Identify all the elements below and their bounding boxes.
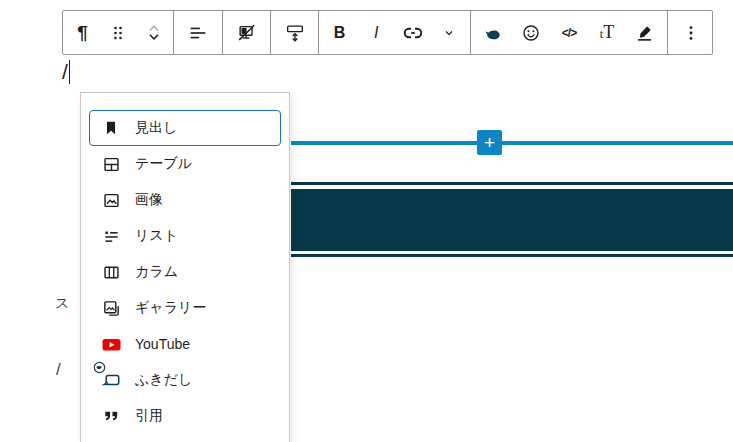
gallery-icon	[100, 298, 122, 318]
menu-item-label: リスト	[135, 227, 178, 245]
toolbar-group-spacer	[271, 11, 319, 54]
table-icon	[100, 154, 122, 174]
menu-item-label: カラム	[135, 263, 178, 281]
heading-body	[291, 189, 733, 251]
toolbar-group-format: B I	[319, 11, 471, 54]
font-size-button[interactable]: tT	[591, 14, 623, 52]
menu-item-list[interactable]: リスト	[89, 218, 281, 254]
code-icon: </>	[562, 26, 576, 40]
toolbar-group-swell: </> tT	[471, 11, 668, 54]
margin-spacer-button[interactable]	[279, 14, 311, 52]
toolbar-group-device	[223, 11, 271, 54]
highlighter-button[interactable]	[629, 14, 661, 52]
block-autocomplete-popover: 見出し テーブル 画像 リス	[80, 92, 290, 442]
font-size-icon: tT	[600, 22, 614, 43]
background-text-fragment: ス	[55, 295, 69, 313]
menu-item-gallery[interactable]: ギャラリー	[89, 290, 281, 326]
add-block-button[interactable]: +	[477, 130, 502, 155]
menu-item-quote[interactable]: 引用	[89, 398, 281, 434]
toolbar-group-align	[174, 11, 223, 54]
whale-icon	[482, 22, 504, 44]
toolbar-group-block: ¶	[63, 11, 174, 54]
alignment-button[interactable]	[182, 14, 214, 52]
heading-bookmark-icon	[100, 118, 122, 138]
paragraph-block-text[interactable]: /	[62, 60, 70, 84]
toolbar-group-more	[668, 11, 714, 54]
smiley-icon	[520, 22, 542, 44]
menu-item-label: 引用	[135, 407, 163, 425]
menu-item-image[interactable]: 画像	[89, 182, 281, 218]
block-toolbar: ¶	[62, 10, 713, 55]
heading-bottom-border	[291, 254, 733, 257]
menu-item-label: 画像	[135, 191, 163, 209]
typed-slash: /	[62, 60, 68, 84]
block-mover-buttons[interactable]	[138, 14, 170, 52]
kebab-menu-icon	[681, 22, 701, 44]
menu-item-youtube[interactable]: YouTube	[89, 326, 281, 362]
chevron-down-icon	[440, 24, 458, 42]
options-menu-button[interactable]	[675, 14, 707, 52]
italic-icon: I	[374, 24, 378, 42]
heading-block-dark[interactable]	[291, 182, 733, 257]
bold-icon: B	[334, 24, 346, 42]
move-up-down-icon	[144, 22, 164, 44]
paragraph-block-button[interactable]: ¶	[67, 14, 99, 52]
speech-bubble-icon	[100, 370, 122, 390]
menu-item-label: ふきだし	[135, 371, 192, 389]
monitor-slash-icon	[236, 22, 258, 44]
text-caret	[69, 60, 71, 84]
align-lines-icon	[187, 22, 209, 44]
menu-item-table[interactable]: テーブル	[89, 146, 281, 182]
highlighter-icon	[634, 22, 656, 44]
drag-handle[interactable]	[102, 14, 134, 52]
swell-whale-button[interactable]	[477, 14, 509, 52]
menu-item-heading[interactable]: 見出し	[89, 110, 281, 146]
menu-item-label: テーブル	[135, 155, 192, 173]
quote-icon	[100, 406, 122, 426]
swell-badge-icon	[93, 361, 106, 374]
emoji-button[interactable]	[515, 14, 547, 52]
inline-code-button[interactable]: </>	[553, 14, 585, 52]
italic-button[interactable]: I	[360, 14, 392, 52]
device-visibility-button[interactable]	[231, 14, 263, 52]
list-icon	[100, 226, 122, 246]
format-more-dropdown[interactable]	[433, 14, 465, 52]
menu-item-speech-bubble[interactable]: ふきだし	[89, 362, 281, 398]
background-text-fragment: /	[56, 360, 61, 380]
link-icon	[401, 21, 425, 45]
columns-icon	[100, 262, 122, 282]
menu-item-label: ギャラリー	[135, 299, 206, 317]
block-inserter-line	[291, 141, 733, 145]
image-icon	[100, 190, 122, 210]
menu-item-label: YouTube	[135, 336, 190, 352]
bold-button[interactable]: B	[324, 14, 356, 52]
youtube-icon	[100, 334, 122, 354]
link-button[interactable]	[397, 14, 429, 52]
menu-item-columns[interactable]: カラム	[89, 254, 281, 290]
pilcrow-icon: ¶	[77, 22, 88, 44]
drag-dots-icon	[108, 23, 128, 43]
spacer-height-icon	[284, 22, 306, 44]
menu-item-label: 見出し	[135, 119, 177, 137]
